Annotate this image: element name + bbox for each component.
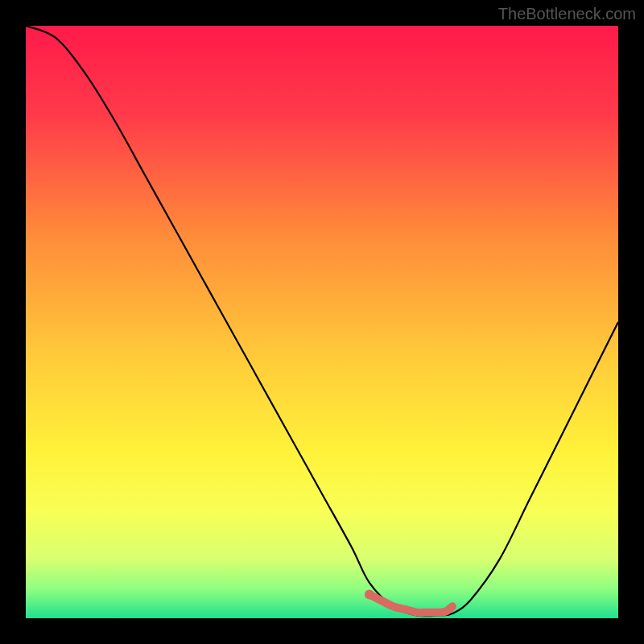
plot-area <box>26 26 618 618</box>
watermark-text: TheBottleneck.com <box>498 5 636 23</box>
optimal-marker <box>369 595 452 613</box>
curve-layer <box>26 26 618 618</box>
optimal-marker-dot <box>365 590 374 600</box>
bottleneck-curve <box>26 26 618 616</box>
